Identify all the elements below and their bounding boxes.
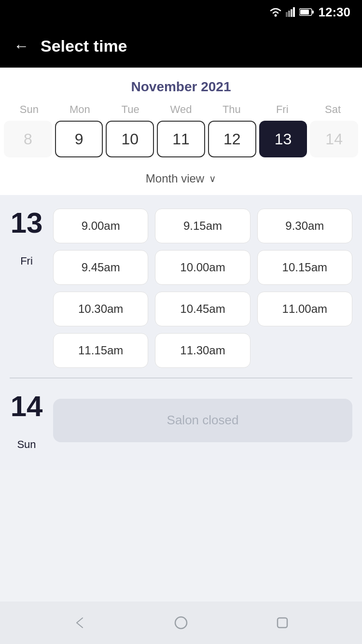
day-cell-8[interactable]: 8	[4, 121, 52, 157]
home-nav-button[interactable]	[171, 613, 191, 632]
bottom-nav	[0, 602, 362, 644]
svg-point-8	[175, 617, 187, 629]
back-nav-button[interactable]	[70, 613, 89, 632]
day-14-name: Sun	[17, 438, 36, 451]
slot-945am[interactable]: 9.45am	[53, 250, 148, 285]
calendar-section: November 2021 Sun Mon Tue Wed Thu Fri Sa…	[0, 68, 362, 195]
week-row: 8 9 10 11 12 13 14	[0, 121, 362, 157]
slot-1100am[interactable]: 11.00am	[257, 292, 352, 326]
page-title: Select time	[41, 37, 127, 56]
slot-1130am[interactable]: 11.30am	[155, 333, 250, 368]
salon-closed-block: Salon closed	[53, 399, 352, 442]
day-13-name: Fri	[20, 255, 33, 267]
signal-icon	[286, 7, 295, 17]
back-button[interactable]: ←	[14, 38, 29, 54]
day-header-wed: Wed	[156, 103, 207, 116]
day-13-number: 13	[11, 209, 43, 238]
month-label: November 2021	[0, 79, 362, 95]
slot-1045am[interactable]: 10.45am	[155, 292, 250, 326]
day-13-slots-container: 9.00am 9.15am 9.30am 9.45am 10.00am 10.1…	[53, 209, 352, 368]
day-13-row: 13 Fri 9.00am 9.15am 9.30am 9.45am 10.00…	[10, 209, 352, 368]
month-view-label: Month view	[146, 172, 204, 185]
wifi-icon	[269, 7, 282, 17]
svg-rect-4	[293, 7, 295, 17]
svg-rect-9	[278, 618, 287, 628]
svg-rect-7	[300, 10, 309, 14]
day-header-sat: Sat	[307, 103, 358, 116]
slot-915am[interactable]: 9.15am	[155, 209, 250, 243]
slot-1000am[interactable]: 10.00am	[155, 250, 250, 285]
day-14-info: 14 Sun	[10, 392, 43, 451]
slot-1030am[interactable]: 10.30am	[53, 292, 148, 326]
svg-point-0	[274, 14, 277, 17]
status-time: 12:30	[319, 5, 351, 20]
day-header-mon: Mon	[55, 103, 105, 116]
day-14-closed-container: Salon closed	[53, 392, 352, 442]
status-bar: 12:30	[0, 0, 362, 24]
day-14-section: 14 Sun Salon closed	[0, 378, 362, 461]
day-header-fri: Fri	[257, 103, 307, 116]
day-header-tue: Tue	[105, 103, 156, 116]
salon-closed-text: Salon closed	[167, 413, 239, 428]
slot-1115am[interactable]: 11.15am	[53, 333, 148, 368]
recent-nav-button[interactable]	[273, 613, 292, 632]
svg-rect-2	[288, 11, 290, 17]
day-headers: Sun Mon Tue Wed Thu Fri Sat	[0, 103, 362, 116]
status-icons	[269, 7, 314, 17]
day-cell-13[interactable]: 13	[259, 121, 307, 157]
back-nav-icon	[72, 615, 87, 630]
battery-icon	[299, 8, 314, 16]
day-13-section: 13 Fri 9.00am 9.15am 9.30am 9.45am 10.00…	[0, 195, 362, 378]
day-cell-9[interactable]: 9	[55, 121, 103, 157]
month-view-toggle[interactable]: Month view ∨	[0, 165, 362, 195]
day-header-sun: Sun	[4, 103, 55, 116]
chevron-down-icon: ∨	[209, 173, 216, 184]
day-cell-11[interactable]: 11	[157, 121, 205, 157]
day-14-row: 14 Sun Salon closed	[10, 392, 352, 451]
svg-rect-1	[286, 12, 288, 17]
day-13-slots-grid: 9.00am 9.15am 9.30am 9.45am 10.00am 10.1…	[53, 209, 352, 368]
svg-rect-3	[291, 9, 292, 17]
day-cell-14[interactable]: 14	[310, 121, 358, 157]
day-14-number: 14	[11, 392, 43, 421]
slots-section: 13 Fri 9.00am 9.15am 9.30am 9.45am 10.00…	[0, 195, 362, 470]
recent-nav-icon	[275, 615, 290, 630]
day-cell-12[interactable]: 12	[208, 121, 256, 157]
slot-900am[interactable]: 9.00am	[53, 209, 148, 243]
svg-rect-6	[312, 11, 314, 14]
day-13-info: 13 Fri	[10, 209, 43, 267]
slot-930am[interactable]: 9.30am	[257, 209, 352, 243]
day-cell-10[interactable]: 10	[106, 121, 154, 157]
app-header: ← Select time	[0, 24, 362, 68]
slot-1015am[interactable]: 10.15am	[257, 250, 352, 285]
home-nav-icon	[173, 615, 189, 630]
day-header-thu: Thu	[206, 103, 257, 116]
